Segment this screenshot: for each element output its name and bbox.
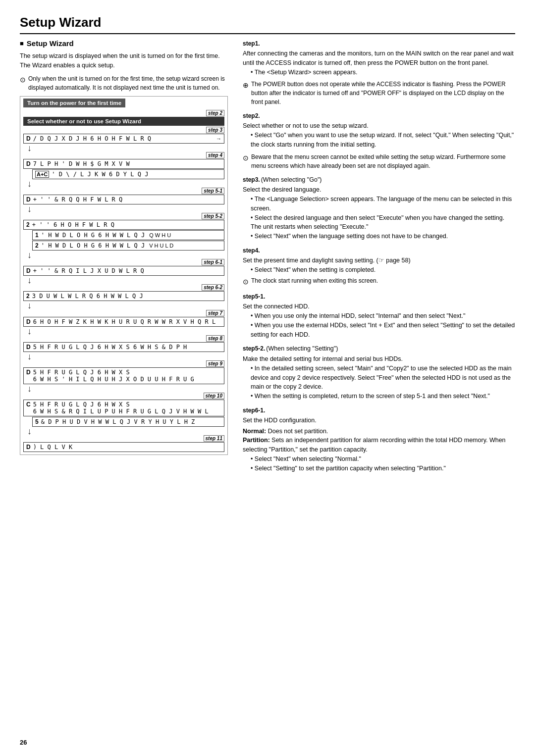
step-3-detail: Select the desired language. <box>243 185 515 195</box>
step-6-1-label: step6-1. <box>243 406 265 415</box>
step-6-1-bullet-2: Select "Setting" to set the partition ca… <box>251 464 515 473</box>
step-5-1-label: step5-1. <box>243 292 265 301</box>
warning-icon: ⊕ <box>243 80 249 91</box>
flow-text-finish: ) L Q L V K <box>33 444 72 451</box>
step-2-note: ⊙ Beware that the menu screen cannot be … <box>243 152 515 170</box>
step-3-bullet-3: Select "Next" when the language setting … <box>251 232 515 241</box>
step-5-1-bullet-1: When you use only the internal HDD, sele… <box>251 311 515 321</box>
step-5-2-detail: Make the detailed setting for internal a… <box>243 354 515 364</box>
step-1-note: ⊕ The POWER button does not operate whil… <box>243 80 515 106</box>
intro-text: The setup wizard is displayed when the u… <box>20 51 228 70</box>
step-4-entry: step4. Set the present time and daylight… <box>243 246 515 288</box>
arrow-6: ↓ <box>27 302 224 309</box>
arrow-8: ↓ <box>27 353 224 360</box>
flow-text-detail1: ' H W D L O H G 6 H W W L Q J <box>41 232 145 239</box>
flow-label-d7: D <box>26 369 31 376</box>
arrow-3: ↓ <box>27 205 224 213</box>
flow-label-c: C <box>26 401 31 408</box>
arrow-5: ↓ <box>27 276 224 284</box>
step-2-entry: step2. Select whether or not to use the … <box>243 111 515 170</box>
flow-text-rec-setup: 5 H F R U G L Q J 6 H W X S 6 W H S & D … <box>33 344 187 351</box>
page-title: Setup Wizard <box>20 15 515 34</box>
step-4-note: ⊙ The clock start running when exiting t… <box>243 276 515 287</box>
step-6-1-normal: Normal: Does not set partition. <box>243 427 515 436</box>
step-badge-11: step 11 <box>204 435 224 442</box>
step-3-entry: step3. (When selecting "Go") Select the … <box>243 175 515 241</box>
step-badge-7: step 7 <box>206 310 224 316</box>
flow-label-2b: 2 <box>35 242 39 249</box>
circle-icon: ⊙ <box>20 75 26 85</box>
page-number: 26 <box>20 739 27 746</box>
step-6-1-entry: step6-1. Set the HDD configuration. Norm… <box>243 406 515 473</box>
step-4-bullet-1: Select "Next" when the setting is comple… <box>251 265 515 275</box>
normal-bold: Normal: <box>243 428 266 435</box>
flow-text-hdd-sel: + ' ' 6 H O H F W L R Q <box>32 221 114 228</box>
flow-extra2: V H U L D <box>149 243 173 249</box>
step-1-label: step1. <box>243 39 260 48</box>
flow-box-detail1: 1 ' H W D L O H G 6 H W W L Q J Q W H U <box>32 230 224 240</box>
flow-label-1a: 1 <box>35 232 39 239</box>
flow-box-rec-confirm: C 5 H F R U G L Q J 6 H W X S 6 W H S & … <box>23 400 224 416</box>
flow-box-language: D / D Q J X D J H 6 H O H F W L R Q → <box>23 134 224 144</box>
step-2-label: step2. <box>243 111 260 120</box>
flow-box-partition: 2 3 D U W L W L R Q 6 H W W L Q J <box>23 291 224 301</box>
flow-text-hdd-cfg: + ' ' & R Q I L J X U D W L R Q <box>33 267 144 274</box>
arrow-4: ↓ <box>27 251 224 259</box>
step-badge-5-2: step 5-2 <box>202 213 224 219</box>
step-badge-10: step 10 <box>204 393 224 399</box>
flow-label-d2: D <box>26 160 31 167</box>
step-badge-4: step 4 <box>206 152 224 158</box>
flow-box-hdd-sel: 2 + ' ' 6 H O H F W L R Q <box>23 220 224 230</box>
flow-text-rec-confirm: 5 H F R U G L Q J 6 H W X S 6 W H S & R … <box>33 401 209 415</box>
step-4-body: Set the present time and daylight saving… <box>243 256 515 288</box>
flow-label-2c: 2 <box>26 293 30 300</box>
flow-box-rec-step: D 5 H F R U G L Q J 6 H W X S 6 W H S ' … <box>23 367 224 384</box>
flow-text-language: / D Q J X D J H 6 H O H F W L R Q <box>33 135 151 142</box>
flow-box-rec-setup: D 5 H F R U G L Q J 6 H W X S 6 W H S & … <box>23 342 224 352</box>
flow-box-time: D 7 L P H ' D W H $ G M X V W <box>23 159 224 169</box>
step-5-2-label: step5-2. <box>243 344 265 353</box>
step-6-1-body: Set the HDD configuration. Normal: Does … <box>243 416 515 473</box>
note-text-1: Only when the unit is turned on for the … <box>28 74 228 92</box>
step-5-1-intro: Set the connected HDD. <box>243 303 310 310</box>
step-5-2-bullet-2: When the setting is completed, return to… <box>251 392 515 401</box>
step-5-2-intro: (When selecting "Setting") <box>266 344 338 353</box>
flow-text-daylight: ' D \ / L J K W 6 D Y L Q J <box>52 171 148 178</box>
step-badge-6-1: step 6-1 <box>202 259 224 265</box>
flow-select-box: Select whether or not to use Setup Wizar… <box>23 117 224 126</box>
flow-label-d3: D <box>26 196 31 203</box>
step-5-2-entry: step5-2. (When selecting "Setting") Make… <box>243 344 515 401</box>
right-column: step1. After connecting the cameras and … <box>243 39 515 478</box>
flow-box-hdd-cfg: D + ' ' & R Q I L J X U D W L R Q <box>23 266 224 276</box>
step-6-1-bullets: Select "Next" when selecting "Normal." S… <box>251 454 515 473</box>
flow-label-ac: A+C <box>35 171 49 178</box>
step-1-entry: step1. After connecting the cameras and … <box>243 39 515 106</box>
note-item-1: ⊙ Only when the unit is turned on for th… <box>20 74 228 92</box>
circle-icon-2: ⊙ <box>243 153 249 163</box>
section-title: Setup Wizard <box>20 39 228 48</box>
flow-start-box: Turn on the power for the first time <box>23 99 125 107</box>
flow-arrow-right: → <box>216 136 221 142</box>
step-4-label: step4. <box>243 246 260 255</box>
flow-label-d5: D <box>26 318 31 325</box>
partition-text: Sets an independent partition for alarm … <box>243 437 506 453</box>
step-5-1-bullets: When you use only the internal HDD, sele… <box>251 311 515 339</box>
arrow-1: ↓ <box>27 144 224 152</box>
flow-box-detail2: 2 ' H W D L O H G 6 H W W L Q J V H U L … <box>32 241 224 251</box>
arrow-10: ↓ <box>27 427 224 435</box>
step-4-bullets: Select "Next" when the setting is comple… <box>251 265 515 275</box>
left-column: Setup Wizard The setup wizard is display… <box>20 39 228 478</box>
normal-text: Does not set partition. <box>266 428 328 435</box>
flow-label-2a: 2 <box>26 221 30 228</box>
step-5-1-body: Set the connected HDD. When you use only… <box>243 302 515 339</box>
flow-text-camera-settings: & D P H U D V H W W L Q J V R Y H U Y L … <box>41 418 195 425</box>
step-4-note-text: The clock start running when exiting thi… <box>251 276 378 285</box>
step-2-note-text: Beware that the menu screen cannot be ex… <box>251 152 515 170</box>
step-badge-3: step 3 <box>206 127 224 133</box>
arrow-7: ↓ <box>27 327 224 335</box>
step-badge-5-1: step 5-1 <box>202 188 224 194</box>
flow-text-hdd-conn: + ' ' & R Q Q H F W L R Q <box>33 196 123 203</box>
step-3-bullet-1: The <Language Selection> screen appears.… <box>251 195 515 213</box>
step-3-bullets: The <Language Selection> screen appears.… <box>251 195 515 241</box>
partition-bold: Partition: <box>243 437 270 444</box>
